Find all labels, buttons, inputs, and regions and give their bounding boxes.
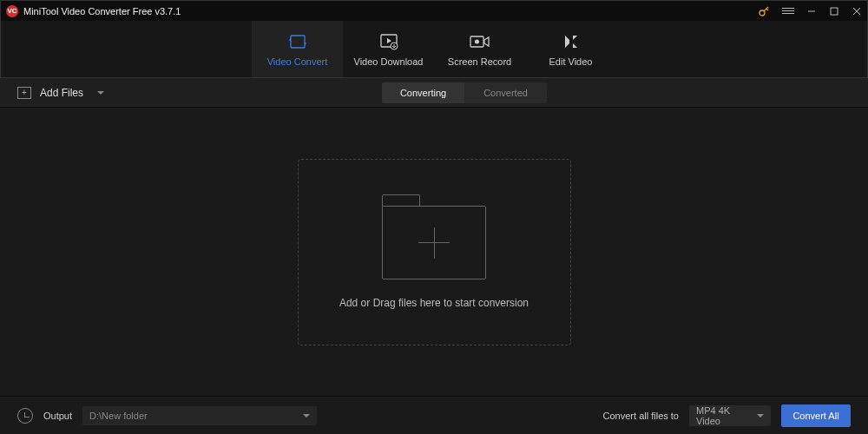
history-icon[interactable] (17, 408, 33, 424)
title-bar: VC MiniTool Video Converter Free v3.7.1 (0, 0, 868, 21)
drop-zone-text: Add or Drag files here to start conversi… (339, 297, 529, 309)
tab-screen-record[interactable]: Screen Record (434, 21, 525, 77)
svg-point-12 (475, 39, 479, 43)
convert-icon (288, 32, 307, 51)
close-button[interactable] (852, 6, 862, 16)
svg-marker-9 (387, 38, 391, 43)
convert-all-label: Convert all files to (603, 411, 679, 421)
edit-icon (562, 32, 580, 51)
maximize-button[interactable] (829, 6, 839, 16)
download-icon (379, 32, 398, 51)
format-select[interactable]: MP4 4K Video (689, 405, 771, 426)
tab-video-convert[interactable]: Video Convert (252, 21, 343, 77)
tab-video-download[interactable]: Video Download (343, 21, 434, 77)
minimize-button[interactable] (806, 6, 817, 16)
svg-rect-7 (291, 36, 305, 48)
record-icon (470, 32, 490, 51)
svg-rect-4 (831, 8, 838, 15)
tab-edit-video[interactable]: Edit Video (525, 21, 616, 77)
key-icon[interactable] (758, 5, 770, 17)
chevron-down-icon (757, 414, 764, 418)
drop-zone[interactable]: Add or Drag files here to start conversi… (298, 159, 571, 345)
add-files-button[interactable]: + Add Files (17, 87, 104, 99)
main-area: Add or Drag files here to start conversi… (0, 108, 868, 396)
tab-label: Edit Video (549, 56, 593, 67)
tab-label: Video Download (354, 56, 424, 67)
chevron-down-icon (97, 91, 104, 95)
convert-all-button[interactable]: Convert All (781, 404, 851, 427)
output-path-text: D:\New folder (89, 411, 148, 421)
subtab-converting[interactable]: Converting (382, 82, 464, 103)
toolbar: + Add Files Converting Converted (0, 78, 868, 108)
bottom-bar: Output D:\New folder Convert all files t… (0, 396, 868, 434)
output-path-select[interactable]: D:\New folder (82, 406, 317, 425)
tab-label: Video Convert (267, 56, 328, 67)
output-label: Output (43, 411, 72, 421)
window-title: MiniTool Video Converter Free v3.7.1 (23, 6, 758, 16)
add-files-icon: + (17, 87, 31, 99)
svg-line-2 (766, 9, 768, 10)
chevron-down-icon (303, 414, 310, 418)
add-files-label: Add Files (40, 87, 83, 99)
main-tabs: Video Convert Video Download Screen Reco… (0, 21, 868, 78)
menu-icon[interactable] (782, 8, 794, 14)
tab-label: Screen Record (448, 56, 511, 67)
sub-tabs: Converting Converted (382, 82, 547, 103)
folder-plus-icon (382, 194, 486, 279)
subtab-converted[interactable]: Converted (464, 82, 547, 103)
format-text: MP4 4K Video (696, 405, 757, 426)
app-logo-icon: VC (6, 5, 18, 17)
